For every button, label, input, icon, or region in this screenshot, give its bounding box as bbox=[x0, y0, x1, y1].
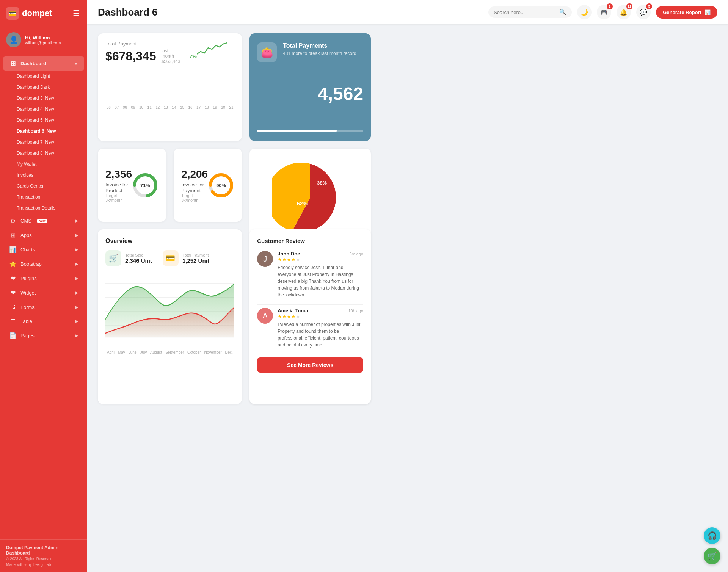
bar-label: 08 bbox=[122, 105, 128, 110]
reviewer-1-avatar: J bbox=[257, 251, 273, 267]
sidebar-item-dashboard-light[interactable]: Dashboard Light bbox=[11, 71, 84, 81]
theme-toggle-button[interactable]: 🌙 bbox=[577, 5, 592, 19]
notifications-button[interactable]: 🔔 12 bbox=[617, 5, 631, 19]
game-icon: 🎮 bbox=[600, 9, 608, 16]
chevron-right-icon: ▶ bbox=[75, 333, 78, 338]
logo-text: dompet bbox=[22, 8, 52, 18]
bootstrap-icon: ⭐ bbox=[9, 260, 17, 268]
support-fab-button[interactable]: 🎧 bbox=[704, 527, 720, 544]
overview-card: Overview ··· 🛒 Total Sale 2,346 Unit bbox=[98, 229, 242, 404]
sidebar-item-dashboard-6[interactable]: Dashboard 6 New bbox=[11, 126, 84, 136]
reviewer-2-stars: ★★★★★ bbox=[278, 313, 363, 319]
widget-icon: ❤ bbox=[9, 289, 17, 296]
review-dots[interactable]: ··· bbox=[355, 237, 363, 245]
pages-icon: 📄 bbox=[9, 332, 17, 339]
reviewer-2: A Amelia Tuner 10h ago ★★★★★ I viewed a … bbox=[257, 308, 363, 348]
sidebar-logo[interactable]: 💳 dompet bbox=[6, 7, 52, 20]
sub-item-label: Dashboard 6 bbox=[17, 129, 44, 134]
nav-pages[interactable]: 📄 Pages ▶ bbox=[3, 329, 84, 343]
bar-chart bbox=[105, 69, 234, 103]
sidebar-user: 👤 Hi, William william@gmail.com bbox=[0, 27, 87, 53]
search-input[interactable] bbox=[494, 9, 556, 15]
blue-card-title: Total Payments bbox=[283, 42, 356, 49]
sidebar-item-invoices[interactable]: Invoices bbox=[11, 170, 84, 180]
sidebar-item-dashboard-8[interactable]: Dashboard 8 New bbox=[11, 148, 84, 158]
nav-cms[interactable]: ⚙ CMS New ▶ bbox=[3, 214, 84, 228]
total-payment-overview-label: Total Payment bbox=[182, 253, 209, 257]
total-payment-title: Total Payment bbox=[105, 41, 197, 47]
sidebar-item-cards-center[interactable]: Cards Center bbox=[11, 181, 84, 191]
new-badge: New bbox=[37, 219, 48, 223]
new-badge: New bbox=[45, 118, 54, 123]
chart-bar-icon: 📊 bbox=[704, 9, 711, 15]
sidebar-item-my-wallet[interactable]: My Wallet bbox=[11, 159, 84, 169]
nav-dashboard[interactable]: ⊞ Dashboard ▼ bbox=[3, 56, 84, 71]
footer-copy: © 2023 All Rights Reserved bbox=[6, 557, 81, 561]
new-badge: New bbox=[45, 96, 54, 101]
generate-report-button[interactable]: Generate Report 📊 bbox=[656, 6, 717, 19]
reviewer-1-info: John Doe 5m ago ★★★★★ Friendly service J… bbox=[278, 251, 363, 298]
invoice-payment-card: 2,206 Invoice for Payment Target 3k/mont… bbox=[174, 149, 242, 222]
nav-forms[interactable]: 🖨 Forms ▶ bbox=[3, 300, 84, 314]
hamburger-button[interactable]: ☰ bbox=[71, 7, 81, 19]
sub-item-label: Dashboard 3 bbox=[17, 96, 43, 101]
card-dots[interactable]: ··· bbox=[232, 45, 240, 53]
nav-label: Charts bbox=[20, 247, 35, 252]
sidebar-item-dashboard-3[interactable]: Dashboard 3 New bbox=[11, 93, 84, 103]
apps-icon: ⊞ bbox=[9, 232, 17, 239]
logo-icon: 💳 bbox=[6, 7, 19, 20]
bar-label: 21 bbox=[228, 105, 235, 110]
nav-plugins[interactable]: ❤ Plugins ▶ bbox=[3, 271, 84, 285]
bar-label: 16 bbox=[187, 105, 194, 110]
games-button[interactable]: 🎮 2 bbox=[597, 5, 611, 19]
search-box[interactable]: 🔍 bbox=[488, 6, 572, 18]
see-more-reviews-button[interactable]: See More Reviews bbox=[257, 357, 363, 373]
nav-table[interactable]: ☰ Table ▶ bbox=[3, 314, 84, 328]
sidebar-item-dashboard-7[interactable]: Dashboard 7 New bbox=[11, 137, 84, 147]
nav-widget[interactable]: ❤ Widget ▶ bbox=[3, 286, 84, 300]
sidebar-item-transaction[interactable]: Transaction bbox=[11, 192, 84, 202]
invoice-payment-label: Invoice for Payment bbox=[181, 182, 208, 193]
overview-stats: 🛒 Total Sale 2,346 Unit 💳 Total Payment bbox=[105, 250, 234, 266]
reviewer-2-text: I viewed a number of properties with Jus… bbox=[278, 321, 363, 348]
sub-item-label: Cards Center bbox=[17, 183, 44, 189]
nav-charts[interactable]: 📊 Charts ▶ bbox=[3, 243, 84, 257]
chevron-right-icon: ▶ bbox=[75, 247, 78, 252]
overview-title: Overview bbox=[105, 238, 132, 244]
bar-label: 19 bbox=[212, 105, 218, 110]
x-label: September bbox=[165, 350, 184, 354]
plugins-icon: ❤ bbox=[9, 275, 17, 282]
nav-bootstrap[interactable]: ⭐ Bootstrap ▶ bbox=[3, 257, 84, 271]
x-label: August bbox=[150, 350, 162, 354]
table-icon: ☰ bbox=[9, 318, 17, 325]
messages-button[interactable]: 💬 5 bbox=[636, 5, 651, 19]
sidebar-item-dashboard-5[interactable]: Dashboard 5 New bbox=[11, 115, 84, 125]
sub-nav: Dashboard Light Dashboard Dark Dashboard… bbox=[0, 71, 87, 213]
sidebar-item-transaction-details[interactable]: Transaction Details bbox=[11, 203, 84, 213]
sidebar-footer: Dompet Payment Admin Dashboard © 2023 Al… bbox=[0, 539, 87, 572]
cart-fab-button[interactable]: 🛒 bbox=[704, 548, 720, 564]
sub-item-label: Invoices bbox=[17, 172, 33, 178]
headset-icon: 🎧 bbox=[708, 531, 717, 540]
wallet-icon: 👛 bbox=[257, 42, 277, 62]
nav-apps[interactable]: ⊞ Apps ▶ bbox=[3, 228, 84, 242]
sub-item-label: Dashboard 4 bbox=[17, 107, 43, 112]
new-badge: New bbox=[45, 150, 54, 156]
sidebar-item-dashboard-4[interactable]: Dashboard 4 New bbox=[11, 104, 84, 114]
x-label: April bbox=[107, 350, 115, 354]
invoice-product-percent: 71% bbox=[140, 182, 150, 188]
sub-item-label: Transaction Details bbox=[17, 205, 55, 211]
generate-report-label: Generate Report bbox=[663, 9, 701, 15]
invoice-payment-percent: 90% bbox=[216, 182, 226, 188]
blue-card-sub: 431 more to break last month record bbox=[283, 51, 356, 56]
overview-dots[interactable]: ··· bbox=[226, 237, 234, 245]
nav-label: Pages bbox=[20, 333, 35, 338]
chevron-right-icon: ▶ bbox=[75, 290, 78, 295]
svg-text:38%: 38% bbox=[317, 180, 327, 186]
sidebar: 💳 dompet ☰ 👤 Hi, William william@gmail.c… bbox=[0, 0, 87, 572]
search-icon[interactable]: 🔍 bbox=[559, 9, 566, 16]
blue-progress-bar bbox=[257, 130, 363, 132]
sidebar-item-dashboard-dark[interactable]: Dashboard Dark bbox=[11, 82, 84, 92]
sale-icon-box: 🛒 bbox=[105, 250, 121, 266]
chevron-right-icon: ▶ bbox=[75, 218, 78, 223]
